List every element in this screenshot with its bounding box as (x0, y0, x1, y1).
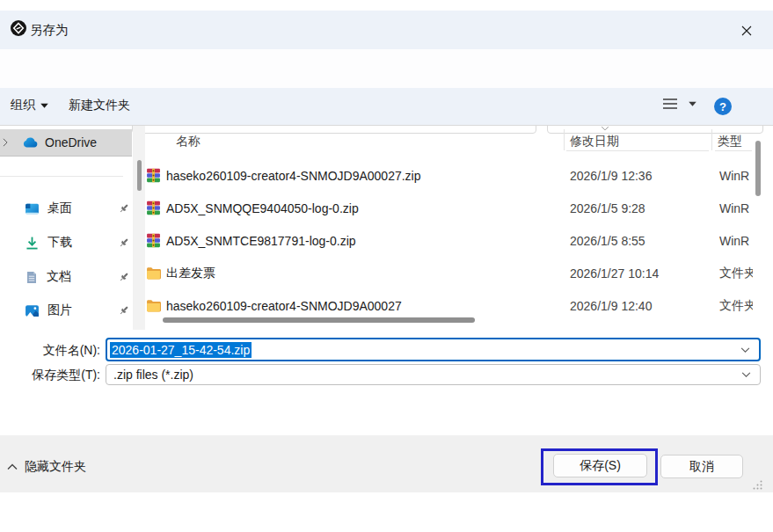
desktop-icon (25, 201, 40, 216)
file-list: haseko260109-creator4-SNMOJD9A00027.zip … (145, 159, 753, 322)
file-date: 2026/1/27 10:14 (570, 266, 659, 281)
file-name: 出差发票 (166, 266, 215, 281)
file-row[interactable]: AD5X_SNMQQE9404050-log-0.zip 2026/1/5 9:… (145, 192, 753, 224)
sidebar-item-documents[interactable]: 文档 (0, 264, 132, 290)
onedrive-label: OneDrive (45, 135, 97, 149)
list-vertical-scrollbar-thumb[interactable] (755, 141, 761, 196)
file-date: 2026/1/9 12:40 (570, 299, 652, 313)
organize-dropdown-icon (40, 103, 48, 108)
savetype-label: 保存类型(T): (0, 368, 100, 383)
dialog-title: 另存为 (30, 22, 69, 39)
filename-input[interactable]: 2026-01-27_15-42-54.zip (106, 338, 761, 361)
list-view-icon (662, 98, 678, 110)
sidebar-item-downloads[interactable]: 下载 (0, 230, 132, 256)
pin-icon (118, 304, 130, 317)
savetype-value: .zip files (*.zip) (113, 368, 193, 382)
file-type: WinR (719, 234, 753, 248)
chevron-up-icon (7, 463, 18, 470)
new-folder-button[interactable]: 新建文件夹 (69, 98, 130, 113)
close-icon[interactable] (737, 21, 756, 40)
file-type: WinR (719, 201, 753, 215)
file-name: AD5X_SNMQQE9404050-log-0.zip (166, 201, 359, 215)
sidebar-scrollbar-track[interactable] (133, 126, 145, 330)
list-horizontal-scrollbar-thumb[interactable] (163, 317, 475, 323)
file-type: 文件夹 (719, 298, 753, 314)
column-header-name[interactable]: 名称 (176, 134, 201, 149)
winrar-archive-icon (146, 200, 161, 215)
sidebar-item-desktop[interactable]: 桌面 (0, 195, 132, 222)
file-date: 2026/1/5 9:28 (570, 201, 645, 215)
file-row[interactable]: AD5X_SNMTCE9817791-log-0.zip 2026/1/5 8:… (145, 224, 753, 257)
organize-label: 组织 (11, 98, 35, 113)
help-icon[interactable]: ? (714, 98, 732, 115)
file-date: 2026/1/5 8:55 (570, 234, 645, 248)
winrar-archive-icon (146, 168, 161, 183)
view-options-chevron-icon (689, 101, 696, 106)
column-header-underline (566, 150, 709, 151)
onedrive-cloud-icon (21, 137, 39, 149)
sidebar-label: 下载 (47, 235, 72, 251)
sidebar-scrollbar-thumb[interactable] (137, 160, 142, 191)
help-glyph: ? (719, 100, 726, 113)
resize-grip-icon[interactable] (753, 480, 762, 490)
pin-icon (118, 202, 130, 215)
expand-chevron-icon[interactable] (2, 138, 9, 147)
cancel-button[interactable]: 取消 (660, 455, 743, 478)
file-name: haseko260109-creator4-SNMOJD9A00027.zip (166, 169, 421, 183)
column-divider[interactable] (711, 129, 712, 150)
file-date: 2026/1/9 12:36 (570, 169, 652, 183)
column-divider[interactable] (564, 129, 565, 150)
hide-folders-label: 隐藏文件夹 (25, 459, 86, 475)
sidebar-item-pictures[interactable]: 图片 (0, 297, 132, 324)
view-options-button[interactable] (662, 98, 696, 110)
folder-icon (146, 298, 161, 313)
sidebar-item-onedrive[interactable]: OneDrive (0, 129, 132, 157)
save-button[interactable]: 保存(S) (553, 454, 647, 477)
filename-label: 文件名(N): (0, 343, 100, 359)
column-header-date[interactable]: 修改日期 (570, 134, 619, 149)
column-header-type[interactable]: 类型 (718, 134, 742, 149)
file-type: 文件夹 (719, 266, 753, 281)
filename-selected-text: 2026-01-27_15-42-54.zip (110, 342, 252, 358)
savetype-dropdown-chevron-icon[interactable] (741, 372, 751, 378)
app-logo-icon (11, 20, 26, 36)
sidebar-label: 桌面 (47, 200, 72, 216)
sidebar-label: 图片 (47, 302, 72, 318)
folder-icon (146, 266, 161, 281)
sidebar-divider (0, 176, 123, 177)
file-row[interactable]: haseko260109-creator4-SNMOJD9A00027.zip … (145, 159, 753, 192)
new-folder-label: 新建文件夹 (69, 98, 130, 113)
filename-dropdown-chevron-icon[interactable] (740, 346, 750, 353)
sidebar-label: 文档 (47, 269, 71, 285)
pin-icon (118, 237, 130, 249)
document-icon (25, 270, 39, 285)
pictures-icon (25, 303, 40, 318)
winrar-archive-icon (146, 233, 161, 248)
pin-icon (118, 271, 130, 283)
organize-button[interactable]: 组织 (11, 98, 48, 113)
file-row[interactable]: 出差发票 2026/1/27 10:14 文件夹 (145, 257, 753, 289)
column-header-underline (715, 150, 752, 151)
download-icon (25, 236, 40, 251)
title-bar: 另存为 (0, 11, 773, 49)
savetype-select[interactable]: .zip files (*.zip) (106, 364, 761, 385)
sort-descending-chevron-icon (601, 126, 609, 131)
file-type: WinR (719, 169, 753, 183)
file-name: AD5X_SNMTCE9817791-log-0.zip (166, 234, 356, 248)
hide-folders-button[interactable]: 隐藏文件夹 (7, 459, 86, 475)
save-as-dialog: 另存为 (0, 0, 773, 532)
navigation-bar: 桌面 在 桌面 中搜索 (0, 49, 773, 88)
file-name: haseko260109-creator4-SNMOJD9A00027 (166, 299, 402, 313)
